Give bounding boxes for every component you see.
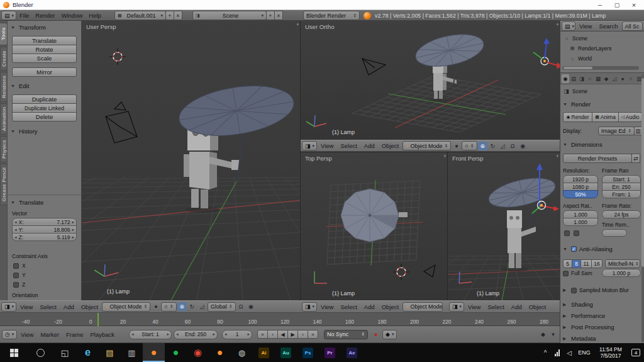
add-layout-button[interactable]: + (165, 11, 174, 20)
taskbar-app-premiere[interactable]: Pr (319, 343, 341, 362)
taskbar-app-photoshop[interactable]: Ps (297, 343, 319, 362)
outliner-item-scene[interactable]: ○ Scene (564, 34, 587, 43)
delete-button[interactable]: Delete (12, 112, 77, 122)
3d-cursor[interactable] (109, 48, 126, 65)
world-tab-icon[interactable]: ○ (586, 74, 594, 83)
aa-samples-16-button[interactable]: 16 (591, 259, 602, 268)
menu-object[interactable]: Object (526, 303, 549, 310)
render-panel-header[interactable]: ▼Render (563, 101, 591, 108)
frame-end-field[interactable]: ◂End: 250▸ (174, 330, 218, 339)
current-frame-field[interactable]: ◂1▸ (222, 330, 252, 339)
properties-scrollbar[interactable] (641, 74, 644, 342)
tool-tab-animation[interactable]: Animation (0, 103, 8, 135)
taskbar-app-store[interactable]: ▥ (121, 343, 143, 362)
rotate-button[interactable]: Rotate (12, 45, 77, 54)
full-sample-checkbox[interactable] (563, 271, 569, 276)
umbrella-top-view[interactable] (341, 189, 408, 242)
menu-view[interactable]: View (18, 331, 36, 338)
camera-wireframe[interactable] (106, 102, 137, 143)
menu-marker[interactable]: Marker (37, 331, 62, 338)
auto-keyframe-record-button[interactable]: ● (371, 330, 380, 339)
jump-to-start-button[interactable]: « (257, 330, 268, 339)
network-tray-button[interactable] (551, 343, 564, 362)
tool-tab-create[interactable]: Create (0, 47, 8, 71)
cortana-button[interactable] (28, 343, 53, 362)
render-still-button[interactable]: ◉Render (563, 112, 592, 122)
editor-type-button[interactable]: ◷▾ (2, 330, 17, 339)
3d-cursor[interactable] (393, 264, 409, 280)
constraints-tab-icon[interactable]: ◆ (602, 74, 610, 83)
next-keyframe-button[interactable]: › (297, 330, 308, 339)
taskbar-app-edge[interactable]: e (77, 343, 99, 362)
duplicate-button[interactable]: Duplicate (12, 94, 77, 104)
tool-tab-physics[interactable]: Physics (0, 136, 8, 162)
menu-window[interactable]: Window (58, 12, 86, 19)
viewport-user-ortho[interactable]: User Ortho + (1) Lamp (301, 21, 560, 140)
start-button[interactable] (0, 343, 28, 362)
menu-frame[interactable]: Frame (63, 331, 86, 338)
editor-type-button[interactable]: ◨▾ (1, 302, 16, 312)
operator-panel-header[interactable]: ▼Translate (11, 199, 43, 206)
tray-expand-button[interactable]: ^ (540, 343, 551, 362)
taskbar-app-chrome[interactable]: ◉ (187, 343, 209, 362)
render-tab-icon[interactable]: ◉ (562, 74, 569, 83)
viewport-front-persp[interactable]: Front Persp + (1) Lamp (448, 152, 560, 300)
outliner-scrollbar[interactable] (562, 66, 639, 70)
menu-object[interactable]: Object (379, 142, 402, 149)
viewport-shading-icon[interactable]: ● (151, 302, 160, 311)
camera-wireframe[interactable] (362, 59, 386, 75)
modifiers-tab-icon[interactable]: ◿ (611, 74, 618, 83)
menu-view[interactable]: View (318, 142, 336, 149)
render-animation-button[interactable]: ▦Anima (592, 112, 619, 122)
antialiasing-panel-header[interactable]: ▼ ✓ Anti-Aliasing (563, 246, 613, 252)
antialiasing-checkbox[interactable]: ✓ (571, 246, 577, 252)
add-scene-button[interactable]: + (266, 11, 275, 20)
timeline-ruler[interactable]: -40 -20 0 20 40 60 80 100 120 140 160 18… (0, 313, 560, 326)
manipulator-scale-icon[interactable]: ◿ (197, 302, 207, 311)
render-engine-dropdown[interactable]: Blender Render⇕ (303, 11, 360, 20)
dimensions-panel-header[interactable]: ▼Dimensions (563, 141, 602, 148)
region-split-plus-icon[interactable]: + (443, 153, 447, 159)
sync-mode-dropdown[interactable]: No Sync⇕ (324, 330, 368, 339)
scale-button[interactable]: Scale (12, 54, 77, 63)
manipulator-translate-icon[interactable]: ⊕ (478, 142, 487, 150)
post-processing-panel-header[interactable]: ▶Post Processing (563, 324, 614, 331)
render-presets-dropdown[interactable]: Render Presets (563, 154, 632, 163)
menu-object[interactable]: Object (78, 303, 101, 310)
object-tab-icon[interactable]: ▦ (594, 74, 602, 83)
taskbar-app-audition[interactable]: Au (275, 343, 297, 362)
display-dropdown[interactable]: Image Ed⇕ (598, 127, 635, 135)
editor-type-button[interactable]: ▤▾ (562, 21, 575, 31)
metadata-panel-header[interactable]: ▶Metadata (563, 335, 596, 342)
keyframe-options-icon[interactable]: ▾ (548, 330, 558, 339)
snap-magnet-icon[interactable]: Ω (236, 302, 246, 311)
snap-magnet-icon[interactable]: Ω (508, 142, 518, 150)
close-button[interactable]: × (627, 1, 641, 9)
menu-select[interactable]: Select (337, 303, 360, 310)
scene-tab-icon[interactable]: ◨ (578, 74, 586, 83)
tool-tab-grease-pencil[interactable]: Grease Pencil (0, 164, 8, 205)
prev-keyframe-button[interactable]: ‹ (267, 330, 278, 339)
keyframe-insert-icon[interactable]: ◆ (538, 330, 548, 339)
frame-start-field[interactable]: ◂Start: 1▸ (129, 330, 172, 339)
viewport-user-persp[interactable]: User Persp + (1) Lamp (82, 21, 301, 300)
menu-file[interactable]: File (16, 12, 32, 19)
frame-step-field[interactable]: Fram: 1 (602, 190, 641, 198)
mode-dropdown[interactable]: ●Object Mode⇕ (402, 141, 451, 150)
menu-add[interactable]: Add (508, 303, 525, 310)
scene-dropdown[interactable]: ◨Scene▾ (192, 11, 267, 20)
action-center-button[interactable]: 4 (628, 343, 644, 362)
camera-arrow[interactable] (424, 265, 435, 277)
fps-field[interactable]: 24 fps (602, 210, 641, 218)
time-remap-field[interactable] (602, 229, 627, 237)
performance-panel-header[interactable]: ▶Performance (563, 312, 605, 319)
preset-add-remove-icon[interactable]: ⇄ (631, 154, 640, 163)
menu-help[interactable]: Help (86, 12, 104, 19)
mirror-button[interactable]: Mirror (12, 67, 77, 77)
border-checkbox[interactable] (564, 230, 570, 236)
outliner-display-dropdown[interactable]: All Sc (622, 21, 643, 31)
render-audio-button[interactable]: ◁Audio (618, 112, 642, 122)
taskbar-app-spotify[interactable]: ● (165, 343, 187, 362)
play-reverse-button[interactable]: ◀ (277, 330, 288, 339)
editor-type-button[interactable]: ◨▾ (449, 302, 464, 312)
